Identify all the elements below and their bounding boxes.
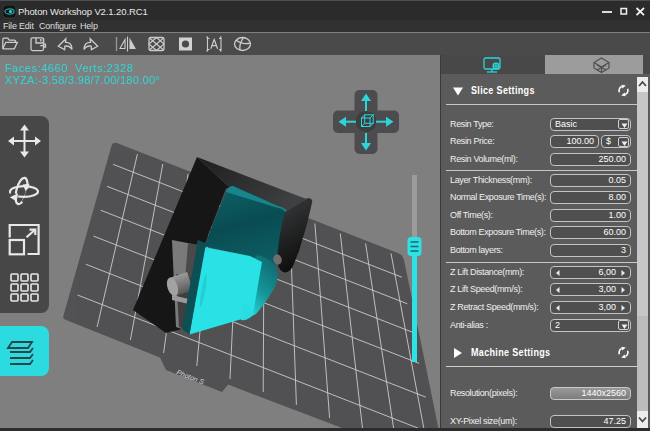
svg-text:Faces:4660 Verts:2328: Faces:4660 Verts:2328 bbox=[5, 62, 133, 74]
svg-text:XYZA:-3.58/3.98/7.00/180.00°: XYZA:-3.58/3.98/7.00/180.00° bbox=[5, 74, 160, 86]
